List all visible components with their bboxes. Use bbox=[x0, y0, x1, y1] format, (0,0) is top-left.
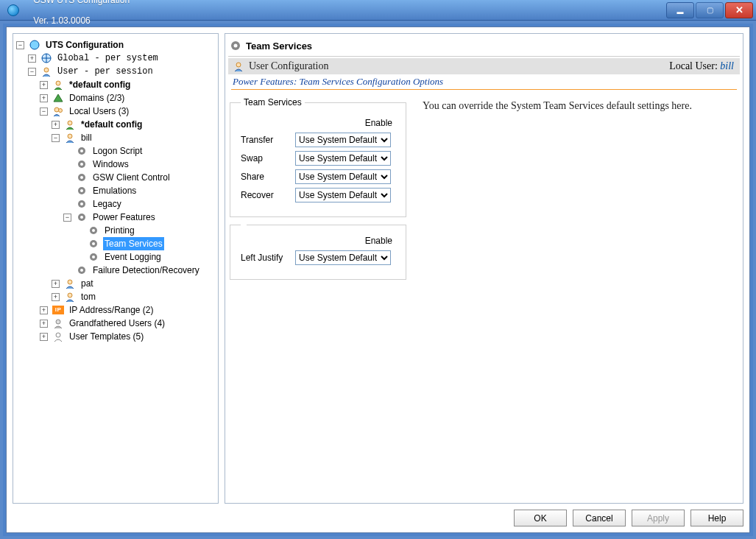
recover-label: Recover bbox=[241, 190, 295, 200]
localuser-name: bill bbox=[720, 60, 734, 71]
enable-header: Enable bbox=[241, 118, 395, 128]
tree-ip-range[interactable]: IP Address/Range (2) bbox=[68, 303, 155, 317]
svg-point-0 bbox=[30, 40, 39, 49]
gear-icon bbox=[76, 145, 88, 157]
gear-icon bbox=[76, 211, 88, 223]
app-name: GSW UTS Configuration bbox=[33, 0, 130, 5]
share-label: Share bbox=[241, 172, 295, 182]
left-justify-select[interactable]: Use System Default bbox=[295, 250, 391, 265]
cancel-button[interactable]: Cancel bbox=[573, 510, 626, 526]
main-pane: Team Services User Configuration Local U… bbox=[225, 33, 743, 504]
share-select[interactable]: Use System Default bbox=[295, 169, 391, 184]
expand-icon[interactable]: + bbox=[40, 306, 48, 314]
enable-header: Enable bbox=[241, 236, 395, 246]
team-services-group: Team Services Enable Transfer Use System… bbox=[230, 97, 406, 217]
tree-default-config[interactable]: *default config bbox=[68, 78, 132, 91]
justify-group: Enable Left Justify Use System Default bbox=[230, 225, 406, 280]
user-icon bbox=[64, 278, 76, 289]
svg-point-12 bbox=[80, 163, 83, 166]
gear-icon bbox=[76, 198, 88, 210]
close-button[interactable] bbox=[725, 2, 753, 18]
left-justify-label: Left Justify bbox=[241, 253, 295, 263]
tree-global[interactable]: Global - per system bbox=[56, 52, 160, 65]
gear-icon bbox=[230, 40, 241, 52]
userconf-label: User Configuration bbox=[249, 60, 328, 72]
app-icon bbox=[7, 4, 19, 16]
users-icon bbox=[52, 105, 64, 117]
svg-point-3 bbox=[56, 81, 60, 85]
gear-icon bbox=[76, 264, 88, 276]
tree-grandfathered[interactable]: Grandfathered Users (4) bbox=[68, 317, 166, 330]
collapse-icon[interactable]: − bbox=[16, 41, 24, 49]
svg-point-35 bbox=[236, 63, 241, 67]
tree-team-services[interactable]: Team Services bbox=[103, 237, 164, 250]
titlebar: GSW UTS Configuration Ver. 1.03.0006 bbox=[0, 0, 756, 21]
svg-point-32 bbox=[56, 333, 60, 337]
separator bbox=[231, 89, 737, 90]
tree-user[interactable]: User - per session bbox=[56, 65, 155, 78]
svg-point-22 bbox=[92, 229, 95, 232]
collapse-icon[interactable]: − bbox=[28, 68, 36, 76]
tree-power-features[interactable]: Power Features bbox=[91, 211, 157, 224]
tree-legacy[interactable]: Legacy bbox=[91, 197, 123, 211]
user-default-icon bbox=[52, 79, 64, 91]
collapse-icon[interactable]: − bbox=[52, 134, 60, 142]
gear-icon bbox=[76, 172, 88, 183]
ip-icon: IP bbox=[52, 304, 64, 316]
svg-point-14 bbox=[80, 176, 83, 179]
svg-point-26 bbox=[92, 256, 95, 258]
tree-logon-script[interactable]: Logon Script bbox=[91, 144, 144, 158]
override-text: You can override the System Team Service… bbox=[423, 97, 692, 280]
maximize-button[interactable] bbox=[696, 2, 724, 18]
svg-point-31 bbox=[56, 320, 60, 324]
svg-point-18 bbox=[80, 202, 83, 205]
user-outline-icon bbox=[52, 331, 64, 342]
collapse-icon[interactable]: − bbox=[40, 108, 48, 116]
tree-pane[interactable]: − UTS Configuration + bbox=[13, 33, 219, 504]
expand-icon[interactable]: + bbox=[52, 293, 60, 301]
tree-bill[interactable]: bill bbox=[80, 131, 93, 144]
tree-event-logging[interactable]: Event Logging bbox=[103, 250, 163, 264]
expand-icon[interactable]: + bbox=[28, 54, 36, 63]
minimize-button[interactable] bbox=[666, 2, 694, 18]
tree-printing[interactable]: Printing bbox=[103, 224, 136, 237]
page-title: Team Services bbox=[246, 40, 312, 52]
svg-point-34 bbox=[234, 44, 238, 48]
user-default-icon bbox=[64, 119, 76, 130]
tree-domains[interactable]: Domains (2/3) bbox=[68, 91, 126, 105]
tree-windows[interactable]: Windows bbox=[91, 158, 130, 171]
user-icon bbox=[64, 291, 76, 303]
subtitle: Power Features: Team Services Configurat… bbox=[228, 74, 740, 89]
tree-templates[interactable]: User Templates (5) bbox=[68, 330, 145, 343]
userconf-header: User Configuration Local User: bill bbox=[228, 58, 740, 74]
swap-select[interactable]: Use System Default bbox=[295, 151, 391, 166]
svg-point-10 bbox=[80, 149, 83, 152]
tree-default-config2[interactable]: *default config bbox=[80, 118, 144, 131]
expand-icon[interactable]: + bbox=[52, 280, 60, 288]
tree-tom[interactable]: tom bbox=[80, 290, 97, 303]
collapse-icon[interactable]: − bbox=[63, 214, 71, 222]
tree-pat[interactable]: pat bbox=[80, 277, 95, 290]
expand-icon[interactable]: + bbox=[52, 121, 60, 129]
ok-button[interactable]: OK bbox=[514, 510, 567, 526]
expand-icon[interactable]: + bbox=[40, 320, 48, 328]
tree-gsw-client[interactable]: GSW Client Control bbox=[91, 171, 172, 184]
group-legend: Team Services bbox=[241, 97, 305, 108]
recover-select[interactable]: Use System Default bbox=[295, 188, 391, 202]
expand-icon[interactable]: + bbox=[40, 94, 48, 102]
expand-icon[interactable]: + bbox=[40, 333, 48, 341]
tree-local-users[interactable]: Local Users (3) bbox=[68, 105, 130, 118]
button-bar: OK Cancel Apply Help bbox=[13, 504, 743, 526]
gear-icon bbox=[76, 158, 88, 170]
svg-point-16 bbox=[80, 189, 83, 192]
transfer-select[interactable]: Use System Default bbox=[295, 133, 391, 147]
apply-button[interactable]: Apply bbox=[632, 510, 685, 526]
localuser-label: Local User: bill bbox=[669, 60, 734, 72]
expand-icon[interactable]: + bbox=[40, 81, 48, 89]
globe-icon bbox=[40, 52, 52, 64]
help-button[interactable]: Help bbox=[690, 510, 743, 526]
tree-root[interactable]: UTS Configuration bbox=[44, 38, 125, 52]
tree-failure[interactable]: Failure Detection/Recovery bbox=[91, 264, 201, 277]
tree-emulations[interactable]: Emulations bbox=[91, 184, 138, 197]
svg-marker-4 bbox=[54, 94, 63, 102]
